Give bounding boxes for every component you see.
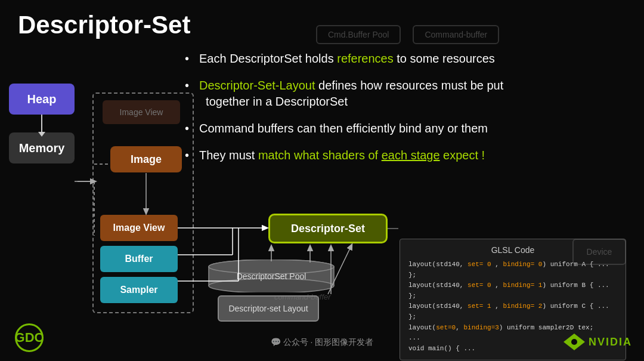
- bullet1-green: references: [337, 52, 394, 65]
- heap-memory-diagram: Heap Memory: [9, 84, 75, 163]
- wechat-text: 公众号 · 图形图像开发者: [283, 337, 374, 347]
- bg-cmd-pool-box: Cmd.Buffer Pool: [316, 25, 401, 44]
- heap-box: Heap: [9, 84, 75, 115]
- ds-pool-container: DescriptorSet Pool: [206, 260, 337, 295]
- glsl-line-2: layout(std140, set= 0 , binding= 1) unif…: [408, 280, 617, 301]
- sampler-box: Sampler: [100, 277, 178, 303]
- memory-box: Memory: [9, 132, 75, 163]
- bullet-item-3: Command buffers can then efficiently bin…: [185, 121, 596, 137]
- bg-cmd-buffer-box: Command-buffer: [413, 25, 499, 44]
- svg-text:DescriptorSet Pool: DescriptorSet Pool: [237, 271, 306, 281]
- nvidia-eye-icon: [564, 334, 585, 350]
- ds-pool-cylinder-svg: DescriptorSet Pool: [206, 260, 337, 292]
- bg-device-box: Device: [572, 239, 626, 265]
- descriptor-set-box: Descriptor-Set: [268, 214, 388, 243]
- nvidia-logo: NVIDIA: [564, 334, 632, 350]
- bullet-list: Each DescriptorSet holds references to s…: [185, 51, 596, 174]
- buffer-box: Buffer: [100, 246, 178, 272]
- nvidia-text: NVIDIA: [589, 336, 632, 348]
- bullet4-each-stage: each stage: [382, 149, 440, 162]
- bg-image-view-box: Image View: [103, 100, 180, 124]
- image-box: Image: [110, 146, 182, 172]
- glsl-line-4: layout(set=0, binding=3) uniform sampler…: [408, 323, 617, 334]
- bg-cmd-buffer-label: command-buffer: [274, 292, 331, 301]
- page-title: Descriptor-Set: [18, 11, 190, 39]
- wechat-watermark: 💬 公众号 · 图形图像开发者: [271, 337, 374, 348]
- bullet-item-4: They must match what shaders of each sta…: [185, 147, 596, 163]
- glsl-line-3: layout(std140, set= 1 , binding= 2) unif…: [408, 301, 617, 322]
- wechat-icon: 💬: [271, 337, 281, 347]
- resource-stack: Image View Buffer Sampler: [100, 215, 178, 303]
- gdc-logo: GDC: [15, 323, 44, 352]
- svg-point-25: [571, 339, 577, 345]
- bullet-item-1: Each DescriptorSet holds references to s…: [185, 51, 596, 67]
- bullet-item-2: Descriptor-Set-Layout defines how resour…: [185, 78, 596, 110]
- bullet4-match: match what shaders of each stage expect …: [258, 149, 485, 162]
- image-view-box: Image View: [100, 215, 178, 241]
- bg-top-command-boxes: Cmd.Buffer Pool Command-buffer: [316, 25, 499, 44]
- heap-to-memory-arrow: [41, 115, 42, 132]
- bullet2-green: Descriptor-Set-Layout: [199, 79, 315, 92]
